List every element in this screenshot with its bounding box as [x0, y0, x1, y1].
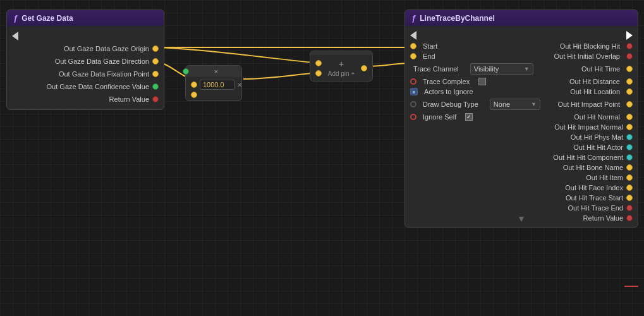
get-gaze-data-title: Get Gaze Data: [21, 14, 73, 23]
trace-start-pin[interactable]: [626, 195, 633, 201]
draw-debug-value: None: [494, 100, 510, 108]
hit-distance-pin[interactable]: [626, 78, 633, 85]
impact-normal-pin[interactable]: [626, 124, 633, 130]
hit-actor-label: Out Hit Hit Actor: [573, 143, 623, 151]
get-gaze-data-node: ƒ Get Gaze Data Out Gaze Data Gaze Origi…: [6, 9, 164, 110]
multiply-in-pin-1[interactable]: [191, 82, 197, 88]
hit-distance-label: Out Hit Distance: [569, 78, 620, 85]
multiply-out-pin[interactable]: [183, 68, 189, 75]
hit-location-label: Out Hit Location: [570, 88, 620, 95]
line-trace-title: LineTraceByChannel: [420, 14, 495, 23]
impact-normal-label: Out Hit Impact Normal: [554, 123, 623, 131]
gaze-origin-label: Out Gaze Data Gaze Origin: [64, 45, 149, 52]
func-icon: ƒ: [13, 13, 18, 23]
trace-end-pin[interactable]: [626, 205, 633, 211]
draw-debug-label: Draw Debug Type: [423, 100, 478, 108]
gaze-direction-pin-row: Out Gaze Data Gaze Direction: [7, 55, 164, 68]
return-value-label-lt: Return Value: [583, 214, 623, 222]
trace-end-label: Out Hit Trace End: [568, 204, 623, 212]
ignore-self-dot[interactable]: [410, 114, 416, 120]
actors-ignore-icon: ■: [410, 88, 418, 95]
exec-in-pin[interactable]: [12, 32, 18, 40]
add-pin-in-2[interactable]: [315, 70, 322, 76]
trace-complex-dot[interactable]: [410, 78, 416, 85]
gaze-direction-pin[interactable]: [152, 58, 159, 64]
hit-location-pin[interactable]: [626, 88, 633, 95]
gaze-origin-pin-row: Out Gaze Data Gaze Origin: [7, 42, 164, 55]
blocking-hit-pin[interactable]: [626, 43, 633, 49]
ignore-self-label: Ignore Self: [423, 113, 456, 121]
bone-name-pin[interactable]: [626, 164, 633, 171]
item-pin[interactable]: [626, 174, 633, 181]
start-in-pin[interactable]: [410, 43, 416, 49]
exec-in-pin-row: [7, 30, 164, 42]
phys-mat-pin[interactable]: [626, 134, 633, 140]
end-label: End: [423, 52, 435, 60]
initial-overlap-pin[interactable]: [626, 53, 633, 59]
hit-actor-pin[interactable]: [626, 144, 633, 150]
line-trace-node: ƒ LineTraceByChannel Start Out Hit Block…: [404, 9, 638, 228]
hit-component-pin[interactable]: [626, 154, 633, 161]
end-in-pin[interactable]: [410, 53, 416, 59]
hit-time-label: Out Hit Time: [581, 65, 620, 73]
start-label: Start: [423, 42, 437, 50]
draw-debug-dropdown[interactable]: None ▼: [490, 99, 540, 110]
fixation-point-label: Out Gaze Data Fixation Point: [59, 70, 149, 78]
add-pin-plus: +: [339, 59, 344, 69]
exec-in-lt[interactable]: [410, 31, 416, 40]
gaze-direction-label: Out Gaze Data Gaze Direction: [55, 58, 149, 65]
hit-normal-label: Out Hit Normal: [574, 113, 620, 121]
face-index-pin[interactable]: [626, 185, 633, 191]
add-pin-node: + Add pin +: [310, 51, 373, 82]
draw-debug-arrow: ▼: [531, 101, 537, 107]
multiply-node: × ✕: [185, 65, 242, 101]
confidence-pin-row: Out Gaze Data Confidence Value: [7, 80, 164, 93]
impact-point-pin[interactable]: [626, 101, 633, 107]
return-value-pin-row-gaze: Return Value: [7, 93, 164, 106]
multiply-body: ✕: [186, 77, 241, 100]
add-pin-out[interactable]: [361, 65, 367, 71]
return-value-pin-gaze[interactable]: [152, 96, 159, 102]
multiply-value-input[interactable]: [200, 80, 234, 90]
initial-overlap-label: Out Hit Initial Overlap: [554, 52, 620, 60]
confidence-pin[interactable]: [152, 83, 159, 90]
line-trace-header: ƒ LineTraceByChannel: [405, 10, 638, 26]
line-trace-body: Start Out Hit Blocking Hit End Out Hit I…: [405, 26, 638, 227]
trace-channel-value: Visibility: [474, 65, 499, 73]
add-pin-in-1[interactable]: [315, 60, 322, 66]
phys-mat-label: Out Hit Phys Mat: [571, 133, 623, 141]
confidence-label: Out Gaze Data Confidence Value: [47, 83, 149, 90]
face-index-label: Out Hit Face Index: [565, 184, 623, 191]
add-pin-body: + Add pin +: [310, 55, 372, 81]
trace-channel-dropdown[interactable]: Visibility ▼: [470, 63, 533, 75]
draw-debug-dot[interactable]: [410, 101, 416, 107]
trace-channel-arrow: ▼: [524, 66, 530, 72]
line-trace-func-icon: ƒ: [411, 13, 416, 23]
trace-complex-checkbox[interactable]: [478, 78, 486, 85]
exec-out-lt[interactable]: [626, 31, 633, 40]
get-gaze-data-header: ƒ Get Gaze Data: [7, 10, 164, 26]
trace-start-label: Out Hit Trace Start: [566, 194, 623, 202]
return-value-pin-lt[interactable]: [626, 215, 633, 221]
item-label: Out Hit Item: [586, 174, 623, 181]
scroll-indicator[interactable]: ▼: [517, 214, 526, 224]
impact-point-label: Out Hit Impact Point: [558, 100, 620, 108]
trace-complex-label: Trace Complex: [423, 78, 470, 85]
multiply-header: ×: [186, 66, 241, 77]
add-pin-label[interactable]: Add pin +: [328, 70, 355, 77]
hit-time-pin[interactable]: [626, 66, 633, 72]
return-value-label-gaze: Return Value: [109, 95, 149, 103]
bone-name-label: Out Hit Bone Name: [563, 164, 623, 171]
blocking-hit-label: Out Hit Blocking Hit: [560, 42, 620, 50]
multiply-close-icon[interactable]: ✕: [237, 82, 242, 88]
hit-component-label: Out Hit Hit Component: [553, 154, 623, 161]
multiply-in-pin-2[interactable]: [191, 92, 197, 98]
actors-ignore-icon-symbol: ■: [413, 89, 416, 95]
gaze-origin-pin[interactable]: [152, 46, 159, 52]
actors-ignore-label: Actors to Ignore: [424, 88, 473, 95]
ignore-self-checkbox[interactable]: [465, 113, 473, 121]
hit-normal-pin[interactable]: [626, 114, 633, 120]
fixation-point-pin[interactable]: [152, 71, 159, 77]
get-gaze-data-body: Out Gaze Data Gaze Origin Out Gaze Data …: [7, 26, 164, 109]
multiply-symbol: ×: [214, 68, 218, 75]
